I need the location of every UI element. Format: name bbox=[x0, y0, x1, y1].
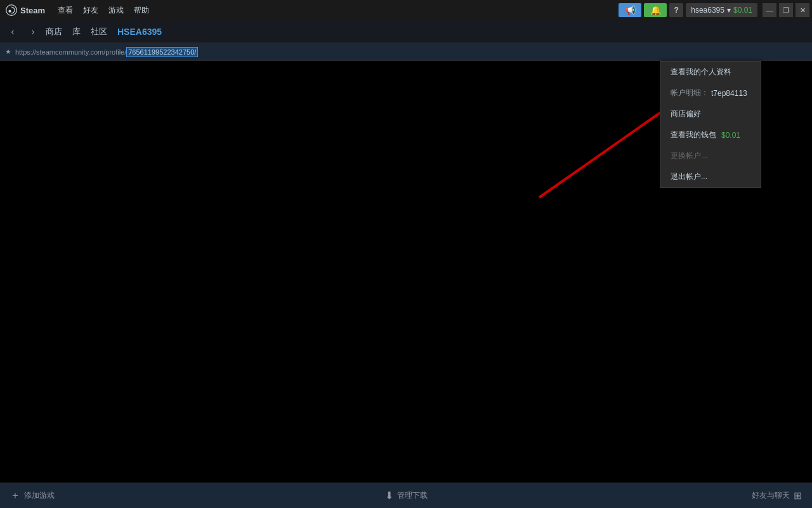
title-bar-right: 📢 🔔 ? hsea6395 ▾ $0.01 — ❐ ✕ bbox=[619, 3, 812, 17]
add-game-icon: ＋ bbox=[10, 489, 20, 502]
manage-downloads-label: 管理下载 bbox=[397, 490, 428, 501]
address-url: https://steamcommunity.com/profile / 765… bbox=[15, 47, 807, 57]
dropdown-store-favorites[interactable]: 商店偏好 bbox=[660, 104, 761, 124]
dropdown-wallet-amount: $0.01 bbox=[721, 131, 740, 140]
bottom-bar: ＋ 添加游戏 ⬇ 管理下载 好友与聊天 ⊞ bbox=[0, 483, 812, 508]
dropdown-account-line: 帐户明细： t7ep84113 bbox=[660, 83, 761, 104]
menu-help[interactable]: 帮助 bbox=[129, 0, 154, 20]
svg-point-0 bbox=[6, 5, 17, 16]
dropdown-logout[interactable]: 退出帐户... bbox=[660, 166, 761, 187]
manage-downloads-button[interactable]: ⬇ 管理下载 bbox=[385, 483, 428, 508]
menu-games[interactable]: 游戏 bbox=[103, 0, 129, 20]
steam-logo-area: Steam bbox=[0, 4, 50, 17]
nav-community[interactable]: 社区 bbox=[91, 26, 107, 37]
dropdown-view-profile[interactable]: 查看我的个人资料 bbox=[660, 62, 761, 83]
user-dropdown-button[interactable]: hsea6395 ▾ $0.01 bbox=[686, 3, 757, 17]
broadcast-button[interactable]: 📢 bbox=[619, 3, 641, 17]
close-button[interactable]: ✕ bbox=[796, 3, 809, 17]
window-controls: — ❐ ✕ bbox=[763, 3, 809, 17]
address-url-highlight[interactable]: 76561199522342750/ bbox=[126, 47, 198, 57]
minimize-button[interactable]: — bbox=[763, 3, 776, 17]
user-dropdown-menu: 查看我的个人资料 帐户明细： t7ep84113 商店偏好 查看我的钱包 $0.… bbox=[660, 61, 761, 188]
download-icon: ⬇ bbox=[385, 490, 393, 502]
notification-icon: 🔔 bbox=[650, 5, 661, 15]
dropdown-account-name: t7ep84113 bbox=[711, 89, 747, 98]
menu-friends[interactable]: 好友 bbox=[78, 0, 103, 20]
friends-chat-label: 好友与聊天 bbox=[752, 490, 790, 501]
nav-links: 商店 库 社区 HSEA6395 bbox=[46, 26, 162, 37]
menu-bar: 查看 好友 游戏 帮助 bbox=[53, 0, 154, 20]
dropdown-switch-account[interactable]: 更换帐户... bbox=[660, 145, 761, 166]
nav-bar: ‹ › 商店 库 社区 HSEA6395 bbox=[0, 20, 812, 43]
svg-point-1 bbox=[8, 10, 11, 13]
restore-button[interactable]: ❐ bbox=[779, 3, 793, 17]
nav-username[interactable]: HSEA6395 bbox=[117, 27, 162, 37]
user-balance: $0.01 bbox=[733, 6, 752, 15]
add-game-label: 添加游戏 bbox=[24, 490, 55, 501]
steam-logo-icon bbox=[5, 4, 18, 17]
friends-chat-icon: ⊞ bbox=[794, 490, 802, 502]
forward-button[interactable]: › bbox=[25, 24, 41, 39]
back-button[interactable]: ‹ bbox=[5, 24, 20, 39]
nav-store[interactable]: 商店 bbox=[46, 26, 62, 37]
steam-app-title: Steam bbox=[20, 6, 45, 15]
address-bar: ★ https://steamcommunity.com/profile / 7… bbox=[0, 43, 812, 61]
nav-library[interactable]: 库 bbox=[72, 26, 81, 37]
menu-view[interactable]: 查看 bbox=[53, 0, 78, 20]
username-label: hsea6395 bbox=[691, 6, 724, 15]
friends-chat-button[interactable]: 好友与聊天 ⊞ bbox=[742, 483, 812, 508]
address-url-base: https://steamcommunity.com/profile bbox=[15, 48, 124, 56]
notification-button[interactable]: 🔔 bbox=[644, 3, 667, 17]
add-game-button[interactable]: ＋ 添加游戏 bbox=[0, 483, 65, 508]
dropdown-wallet[interactable]: 查看我的钱包 $0.01 bbox=[660, 124, 761, 145]
address-star-icon: ★ bbox=[5, 48, 11, 56]
dropdown-account-label: 帐户明细： bbox=[671, 88, 709, 98]
title-bar: Steam 查看 好友 游戏 帮助 📢 🔔 ? hsea6395 ▾ $0.01… bbox=[0, 0, 812, 20]
main-content: 查看我的个人资料 帐户明细： t7ep84113 商店偏好 查看我的钱包 $0.… bbox=[0, 61, 812, 483]
broadcast-icon: 📢 bbox=[625, 5, 636, 15]
dropdown-arrow-icon: ▾ bbox=[727, 6, 731, 15]
help-button[interactable]: ? bbox=[669, 3, 683, 17]
